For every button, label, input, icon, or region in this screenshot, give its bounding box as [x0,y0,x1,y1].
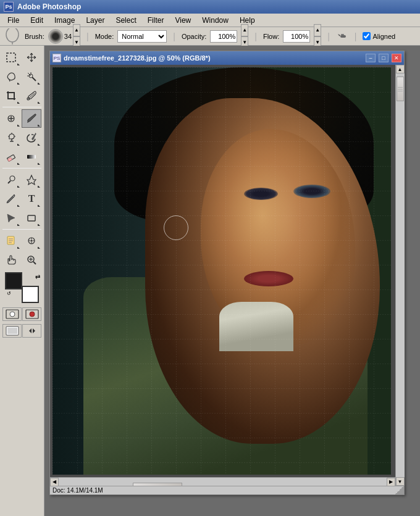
lasso-icon [6,71,17,82]
screen-mode-btn[interactable] [2,324,22,338]
shape-icon [26,212,37,223]
menu-file[interactable]: File [2,15,24,26]
brush-label: Brush: [25,33,44,40]
arrows-btn[interactable] [22,324,41,338]
tool-row-6 [1,148,43,166]
minimize-button[interactable]: – [366,54,376,62]
lasso-tool[interactable] [1,67,21,86]
pen-tool[interactable] [1,189,21,208]
svg-line-5 [32,77,36,81]
text-tool[interactable]: T [22,189,41,208]
foreground-color-swatch[interactable] [5,272,22,289]
brush-preview[interactable] [48,29,63,44]
document-title-bar[interactable]: PS dreamstimefree_2127328.jpg @ 50% (RGB… [50,51,404,65]
mode-select[interactable]: Normal Multiply Screen Overlay [117,30,167,43]
svg-point-32 [31,240,33,242]
brush-tool[interactable] [22,109,41,128]
title-bar: Ps Adobe Photoshop [0,0,420,14]
tool-row-11 [1,251,43,269]
path-selection-icon [6,212,17,223]
heal-brush-tool[interactable] [1,109,21,128]
photo-collar [219,302,293,351]
menu-select[interactable]: Select [111,15,141,26]
menu-filter[interactable]: Filter [143,15,169,26]
svg-rect-13 [10,141,14,142]
clone-stamp-tool[interactable] [1,128,21,147]
flow-label: Flow: [263,33,279,40]
quick-mask-btn[interactable] [22,307,41,321]
quick-mask-icon [25,309,39,319]
maximize-button[interactable]: □ [379,54,388,62]
resize-handle[interactable] [395,486,404,494]
brush-size-control[interactable]: 34 ▲ ▼ [48,24,80,49]
sharpen-tool[interactable] [22,170,41,189]
menu-window[interactable]: Window [197,15,233,26]
aligned-checkbox[interactable] [363,32,371,40]
flow-input[interactable] [283,30,310,43]
vertical-scrollbar[interactable]: ▲ ▼ [395,65,404,486]
aligned-checkbox-label[interactable]: Aligned [363,32,395,40]
scroll-right-button[interactable]: ▶ [387,478,395,486]
menu-view[interactable]: View [170,15,196,26]
brush-icon [26,113,37,124]
svg-rect-2 [340,35,346,38]
crop-tool[interactable] [1,86,21,105]
photo-eye-left [244,188,278,200]
tool-row-9 [1,209,43,227]
document-window: PS dreamstimefree_2127328.jpg @ 50% (RGB… [49,51,405,495]
brush-size-up[interactable]: ▲ [73,24,80,36]
svg-point-0 [6,28,19,42]
standard-mode-btn[interactable] [2,307,22,321]
eraser-tool[interactable] [1,148,21,166]
reset-colors-icon[interactable]: ↺ [4,288,14,298]
photo-canvas[interactable] [52,67,391,475]
dodge-icon [6,174,17,185]
svg-rect-18 [7,157,12,161]
shape-tool[interactable] [22,209,41,227]
tool-row-7 [1,170,43,189]
swap-colors-icon[interactable]: ⇄ [35,273,40,280]
dodge-tool[interactable] [1,170,21,189]
close-button[interactable]: ✕ [392,54,401,62]
selection-tool[interactable] [1,48,21,67]
background-color-swatch[interactable] [22,286,39,303]
selection-icon [6,52,17,63]
scroll-down-button[interactable]: ▼ [396,477,405,486]
document-title: dreamstimefree_2127328.jpg @ 50% (RGB/8*… [64,54,363,62]
scroll-left-button[interactable]: ◀ [50,478,59,486]
scroll-up-button[interactable]: ▲ [396,65,405,73]
svg-rect-42 [7,328,17,334]
history-brush-tool[interactable] [22,128,41,147]
zoom-tool[interactable] [22,251,41,269]
menu-layer[interactable]: Layer [81,15,109,26]
eyedropper-tool[interactable] [22,86,41,105]
flow-up[interactable]: ▲ [314,24,321,36]
canvas-image-area[interactable] [50,65,395,477]
opacity-up[interactable]: ▲ [241,24,248,36]
mode-label: Mode: [95,33,114,40]
sharpen-icon [26,174,37,185]
gradient-tool[interactable] [22,148,41,166]
notes-tool[interactable] [1,231,21,250]
scroll-track-v[interactable] [396,73,405,477]
hand-tool[interactable] [1,251,21,269]
crop-icon [6,90,17,101]
menu-edit[interactable]: Edit [25,15,48,26]
history-brush-icon [26,132,37,143]
app-title: Adobe Photoshop [17,2,81,11]
airbrush-icon[interactable] [336,30,348,43]
svg-point-40 [30,312,35,317]
aligned-label: Aligned [372,33,395,40]
measure-tool[interactable] [22,231,41,250]
path-selection-tool[interactable] [1,209,21,227]
horizontal-scrollbar[interactable]: ◀ ▶ [50,477,395,486]
magic-wand-tool[interactable] [22,67,41,86]
svg-point-38 [10,312,15,317]
arrows-icon [25,326,39,336]
scroll-thumb-v[interactable] [397,77,404,101]
opacity-input[interactable] [210,30,237,43]
separator-3: | [254,31,257,41]
move-tool[interactable] [22,48,41,67]
quick-mask-buttons [2,307,41,321]
photo-lips [244,271,293,286]
